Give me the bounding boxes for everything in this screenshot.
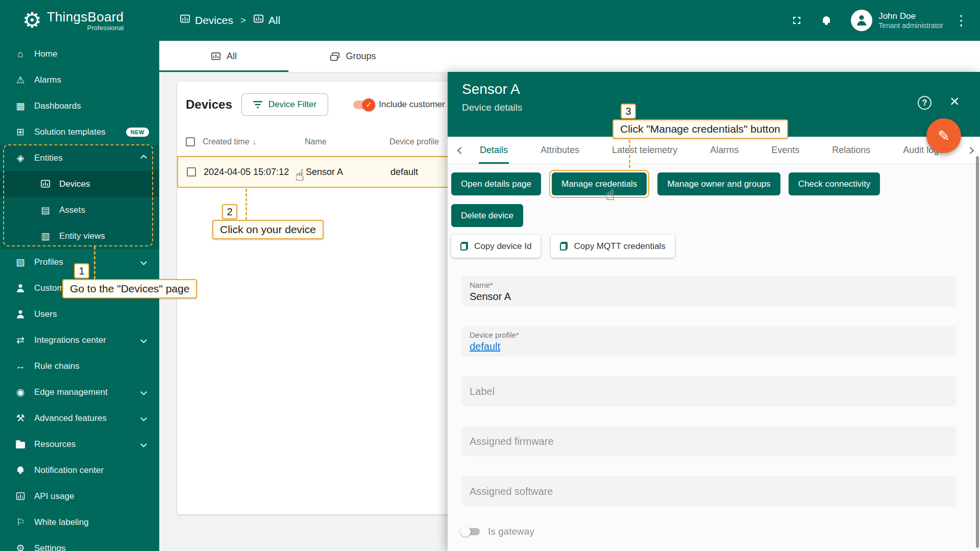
tab-groups-icon [330, 52, 340, 61]
sidebar-item-entity-views[interactable]: Entity views [0, 223, 159, 249]
sidebar-item-api-usage[interactable]: API usage [0, 483, 159, 509]
column-created-time[interactable]: Created time [203, 137, 305, 146]
assigned-firmware-placeholder: Assigned firmware [470, 436, 948, 447]
edge-management-icon [14, 386, 27, 398]
sidebar-item-integrations-center[interactable]: Integrations center [0, 327, 159, 353]
sidebar-item-entities[interactable]: Entities [0, 145, 159, 171]
check-connectivity-button[interactable]: Check connectivity [789, 172, 880, 195]
assigned-software-field[interactable]: Assigned software [461, 476, 957, 507]
panel-title: Sensor A [462, 81, 980, 97]
row-checkbox[interactable] [187, 167, 196, 177]
device-filter-label: Device Filter [268, 99, 316, 110]
sidebar-item-label: Customers [34, 283, 76, 293]
profiles-icon [14, 256, 27, 268]
tab-details[interactable]: Details [479, 137, 509, 164]
sidebar-item-solution-templates[interactable]: Solution templates NEW [0, 119, 159, 145]
sidebar-item-devices[interactable]: Devices [0, 171, 159, 197]
user-info[interactable]: John Doe Tenant administrator [878, 11, 943, 31]
sidebar-item-profiles[interactable]: Profiles [0, 249, 159, 275]
tabs-scroll-right-icon[interactable] [967, 146, 974, 154]
include-customer-label: Include customer [379, 99, 445, 110]
sidebar: ThingsBoard Professional Home Alarms Das… [0, 0, 159, 551]
sidebar-item-label: Dashboards [34, 101, 81, 111]
tab-attributes[interactable]: Attributes [540, 137, 580, 164]
name-field-label: Name* [470, 281, 948, 289]
tab-all[interactable]: All [159, 41, 288, 72]
sidebar-item-assets[interactable]: Assets [0, 197, 159, 223]
sidebar-item-home[interactable]: Home [0, 41, 159, 67]
sidebar-item-settings[interactable]: Settings [0, 535, 159, 551]
cell-name: Sensor A [306, 167, 390, 178]
sidebar-item-white-labeling[interactable]: White labeling [0, 509, 159, 535]
close-icon[interactable] [946, 92, 963, 110]
chevron-down-icon [140, 415, 147, 421]
breadcrumb: Devices > All [180, 14, 280, 27]
is-gateway-toggle[interactable] [461, 528, 480, 535]
sidebar-item-notification-center[interactable]: Notification center [0, 457, 159, 483]
app-logo[interactable]: ThingsBoard Professional [0, 0, 159, 41]
manage-credentials-highlight: Manage credentials [549, 170, 649, 198]
filter-icon [253, 101, 262, 108]
devices-icon [39, 180, 52, 189]
assigned-firmware-field[interactable]: Assigned firmware [461, 426, 957, 457]
resources-folder-icon [14, 440, 27, 448]
is-gateway-row: Is gateway [461, 526, 972, 537]
dashboards-icon [14, 100, 27, 112]
entities-icon [14, 152, 27, 164]
tab-events[interactable]: Events [770, 137, 800, 164]
tab-alarms[interactable]: Alarms [709, 137, 740, 164]
select-all-checkbox[interactable] [186, 137, 195, 146]
sidebar-item-alarms[interactable]: Alarms [0, 67, 159, 93]
tab-all-label: All [227, 51, 237, 62]
screen: Devices > All John Doe Tenant admi [0, 0, 980, 551]
tabs-scroll-left-icon[interactable] [457, 146, 464, 154]
edit-fab-button[interactable] [926, 118, 961, 153]
copy-device-id-button[interactable]: Copy device Id [451, 235, 541, 258]
is-gateway-label: Is gateway [488, 526, 534, 537]
sidebar-item-label: Alarms [34, 75, 61, 85]
device-filter-button[interactable]: Device Filter [241, 93, 328, 116]
sidebar-item-label: Assets [59, 205, 85, 215]
app-name: ThingsBoard [47, 9, 124, 25]
sidebar-item-edge-management[interactable]: Edge management [0, 379, 159, 405]
sidebar-item-label: Resources [34, 439, 76, 449]
breadcrumb-all[interactable]: All [253, 14, 280, 27]
include-customer-toggle[interactable] [353, 101, 374, 109]
top-bar-right: John Doe Tenant administrator [786, 9, 969, 32]
breadcrumb-devices[interactable]: Devices [180, 14, 233, 27]
sidebar-item-advanced-features[interactable]: Advanced features [0, 405, 159, 431]
avatar[interactable] [851, 10, 872, 31]
api-usage-chart-icon [14, 492, 27, 500]
notifications-bell-icon[interactable] [815, 9, 838, 32]
device-profile-link[interactable]: default [470, 341, 500, 353]
panel-scrollbar[interactable] [976, 156, 979, 548]
fullscreen-icon[interactable] [786, 9, 808, 32]
label-field[interactable]: Label [461, 376, 957, 407]
pencil-icon [938, 128, 949, 144]
kebab-menu-icon[interactable] [953, 12, 969, 29]
chevron-down-icon [140, 441, 147, 447]
column-name[interactable]: Name [305, 137, 389, 146]
chevron-down-icon [140, 337, 147, 343]
sidebar-item-resources[interactable]: Resources [0, 431, 159, 457]
delete-device-button[interactable]: Delete device [451, 204, 523, 227]
device-profile-field[interactable]: Device profile* default [461, 326, 957, 357]
user-name: John Doe [878, 11, 943, 21]
sidebar-item-customers[interactable]: Customers [0, 275, 159, 301]
tab-groups[interactable]: Groups [288, 41, 418, 72]
copy-mqtt-credentials-button[interactable]: Copy MQTT credentials [551, 235, 674, 258]
devices-icon [180, 14, 190, 27]
manage-credentials-button[interactable]: Manage credentials [552, 172, 647, 195]
tab-relations[interactable]: Relations [831, 137, 871, 164]
manage-owner-groups-button[interactable]: Manage owner and groups [657, 172, 780, 195]
user-role: Tenant administrator [878, 21, 943, 31]
sidebar-item-users[interactable]: Users [0, 301, 159, 327]
tab-latest-telemetry[interactable]: Latest telemetry [611, 137, 678, 164]
page-title: Devices [186, 97, 232, 112]
sidebar-item-rule-chains[interactable]: Rule chains [0, 353, 159, 379]
name-field[interactable]: Name* Sensor A [461, 276, 957, 307]
assigned-software-placeholder: Assigned software [470, 486, 948, 497]
sidebar-item-dashboards[interactable]: Dashboards [0, 93, 159, 119]
help-icon[interactable] [918, 96, 932, 110]
open-details-page-button[interactable]: Open details page [451, 172, 541, 195]
